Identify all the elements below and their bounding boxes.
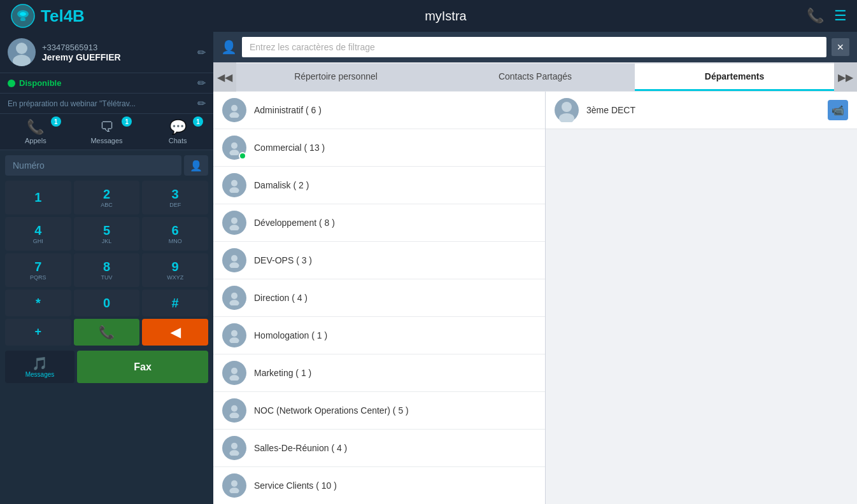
calls-icon: 📞 bbox=[27, 119, 44, 136]
content-body: Administratif ( 6 )Commercial ( 13 )Dama… bbox=[213, 92, 857, 504]
key-9[interactable]: 9WXYZ bbox=[142, 253, 208, 287]
svg-point-23 bbox=[229, 412, 239, 418]
svg-point-18 bbox=[231, 330, 237, 337]
dept-name: Damalisk ( 2 ) bbox=[254, 180, 309, 190]
dialpad-contact-btn[interactable]: 👤 bbox=[184, 155, 208, 176]
call-button[interactable]: 📞 bbox=[74, 319, 140, 346]
key-4[interactable]: 4GHI bbox=[5, 217, 71, 251]
fax-button[interactable]: Fax bbox=[77, 351, 208, 383]
backspace-button[interactable]: ◀ bbox=[142, 319, 208, 346]
key-5[interactable]: 5JKL bbox=[74, 217, 140, 251]
dept-name: DEV-OPS ( 3 ) bbox=[254, 255, 312, 265]
key-2[interactable]: 2ABC bbox=[74, 181, 140, 214]
dept-avatar bbox=[222, 436, 246, 460]
dept-name: Commercial ( 13 ) bbox=[254, 143, 325, 153]
nav-tab-calls[interactable]: 📞 1 Appels bbox=[0, 114, 71, 150]
dept-item[interactable]: Homologation ( 1 ) bbox=[213, 317, 545, 354]
key-7[interactable]: 7PQRS bbox=[5, 253, 71, 287]
svg-rect-3 bbox=[20, 18, 25, 21]
tab-forward-button[interactable]: ▶▶ bbox=[834, 62, 857, 92]
svg-point-12 bbox=[231, 218, 237, 224]
search-clear-button[interactable]: ✕ bbox=[832, 38, 849, 56]
dept-avatar bbox=[222, 136, 246, 160]
dept-name: Direction ( 4 ) bbox=[254, 293, 308, 303]
svg-point-24 bbox=[231, 443, 237, 449]
dept-item[interactable]: Développement ( 8 ) bbox=[213, 204, 545, 242]
dialpad-grid: 1 2ABC 3DEF 4GHI 5JKL 6MNO 7PQRS 8TUV 9W… bbox=[5, 181, 208, 316]
dept-name: Salles-De-Réunion ( 4 ) bbox=[254, 443, 347, 453]
svg-point-22 bbox=[231, 405, 237, 412]
dialpad-input[interactable] bbox=[5, 155, 181, 176]
right-panel: 3ème DECT 📹 bbox=[545, 92, 857, 504]
tab-departements[interactable]: Départements bbox=[635, 64, 834, 91]
key-hash[interactable]: # bbox=[142, 290, 208, 316]
dept-name: Administratif ( 6 ) bbox=[254, 105, 322, 115]
calls-badge: 1 bbox=[51, 116, 61, 127]
chats-icon: 💬 bbox=[169, 119, 187, 136]
svg-point-21 bbox=[229, 375, 239, 381]
svg-point-10 bbox=[231, 180, 237, 186]
dept-item[interactable]: Salles-De-Réunion ( 4 ) bbox=[213, 430, 545, 467]
key-plus[interactable]: + bbox=[5, 319, 71, 346]
status-message-text: En préparation du webinar "Télétrav... bbox=[8, 99, 197, 108]
key-0[interactable]: 0 bbox=[74, 290, 140, 316]
dialpad-bottom-row: + 📞 ◀ bbox=[5, 319, 208, 346]
avatar bbox=[8, 38, 36, 66]
dept-name: Service Clients ( 10 ) bbox=[254, 480, 337, 491]
edit-message-icon[interactable]: ✏ bbox=[197, 97, 206, 109]
messages-badge: 1 bbox=[122, 116, 132, 127]
edit-status-icon[interactable]: ✏ bbox=[197, 77, 206, 89]
logo-icon bbox=[10, 3, 36, 29]
tab-bar: ◀◀ Répertoire personnel Contacts Partagé… bbox=[213, 62, 857, 92]
svg-point-29 bbox=[559, 113, 574, 122]
dept-item[interactable]: NOC (Network Operations Center) ( 5 ) bbox=[213, 392, 545, 430]
online-badge bbox=[239, 152, 246, 160]
logo-text: Tel4B bbox=[41, 6, 85, 26]
messages-bottom-btn[interactable]: 🎵 Messages bbox=[5, 351, 74, 383]
svg-point-4 bbox=[16, 43, 27, 54]
tab-back-button[interactable]: ◀◀ bbox=[213, 62, 236, 92]
svg-point-25 bbox=[229, 450, 239, 456]
video-call-button[interactable]: 📹 bbox=[828, 100, 848, 120]
messages-tab-icon: 🗨 bbox=[100, 119, 114, 136]
dept-name: NOC (Network Operations Center) ( 5 ) bbox=[254, 405, 409, 416]
dept-avatar bbox=[222, 286, 246, 310]
search-bar: 👤 ✕ bbox=[213, 32, 857, 62]
menu-icon[interactable]: ☰ bbox=[834, 8, 847, 24]
dept-item[interactable]: Service Clients ( 10 ) bbox=[213, 467, 545, 504]
topbar: Tel4B myIstra 📞 ☰ bbox=[0, 0, 857, 32]
svg-point-11 bbox=[229, 187, 239, 193]
dept-item[interactable]: Damalisk ( 2 ) bbox=[213, 167, 545, 204]
key-1[interactable]: 1 bbox=[5, 181, 71, 214]
dept-name: Marketing ( 1 ) bbox=[254, 368, 311, 378]
key-star[interactable]: * bbox=[5, 290, 71, 316]
dept-item[interactable]: DEV-OPS ( 3 ) bbox=[213, 242, 545, 279]
dept-item[interactable]: Direction ( 4 ) bbox=[213, 279, 545, 317]
dept-item[interactable]: Administratif ( 6 ) bbox=[213, 92, 545, 129]
search-input[interactable] bbox=[242, 37, 826, 57]
nav-tab-chats[interactable]: 💬 1 Chats bbox=[142, 114, 213, 150]
tab-contacts[interactable]: Contacts Partagés bbox=[436, 64, 635, 91]
svg-point-9 bbox=[229, 150, 239, 155]
status-message: En préparation du webinar "Télétrav... ✏ bbox=[0, 94, 213, 114]
dept-name: Développement ( 8 ) bbox=[254, 218, 335, 228]
svg-point-26 bbox=[231, 480, 237, 487]
dept-name: Homologation ( 1 ) bbox=[254, 330, 327, 340]
svg-point-16 bbox=[231, 293, 237, 299]
svg-point-8 bbox=[231, 143, 237, 149]
dept-item[interactable]: Commercial ( 13 ) bbox=[213, 129, 545, 167]
tab-repertoire[interactable]: Répertoire personnel bbox=[236, 64, 436, 91]
edit-user-icon[interactable]: ✏ bbox=[197, 46, 206, 59]
svg-point-17 bbox=[229, 300, 239, 305]
key-6[interactable]: 6MNO bbox=[142, 217, 208, 251]
key-8[interactable]: 8TUV bbox=[74, 253, 140, 287]
svg-point-15 bbox=[229, 262, 239, 268]
phone-icon[interactable]: 📞 bbox=[807, 8, 824, 24]
dept-item[interactable]: Marketing ( 1 ) bbox=[213, 354, 545, 392]
status-text: Disponible bbox=[19, 78, 194, 88]
nav-tab-messages[interactable]: 🗨 1 Messages bbox=[71, 114, 143, 150]
right-panel-name: 3ème DECT bbox=[586, 105, 820, 115]
search-user-icon: 👤 bbox=[221, 39, 237, 55]
key-3[interactable]: 3DEF bbox=[142, 181, 208, 214]
dept-avatar bbox=[222, 473, 246, 498]
